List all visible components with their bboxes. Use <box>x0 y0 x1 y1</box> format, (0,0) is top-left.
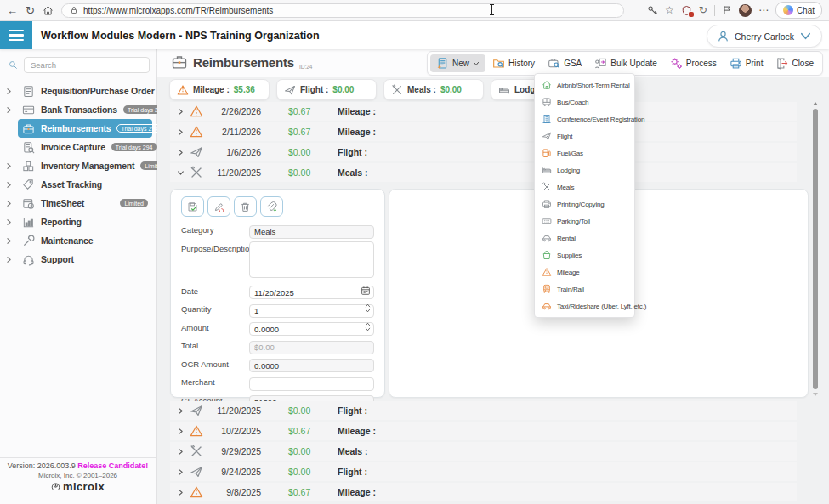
extension-icon[interactable]: ↻ <box>699 5 707 15</box>
new-menu-item[interactable]: Parking/Toll <box>535 212 634 229</box>
reimbursement-row[interactable]: 2/11/2026 $0.67 Mileage : <box>170 122 797 141</box>
print-button[interactable]: Print <box>724 54 769 72</box>
bank-icon <box>22 104 35 116</box>
new-menu-item[interactable]: Supplies <box>535 246 634 263</box>
number-input[interactable] <box>249 304 374 318</box>
chevron-right-icon[interactable] <box>5 256 13 263</box>
reimbursement-row[interactable]: 9/24/2025 $0.00 Flight : <box>170 462 797 481</box>
new-menu-item[interactable]: Taxi/Rideshare (Uber, Lyft, etc.) <box>535 297 634 314</box>
row-expand-chevron[interactable] <box>177 128 185 136</box>
sidebar-item[interactable]: TimeSheet Limited <box>0 194 156 212</box>
attach-button[interactable] <box>260 196 283 217</box>
reimbursement-row[interactable]: 10/2/2025 $0.67 Mileage : <box>170 422 797 440</box>
sidebar-item[interactable]: Bank Transactions Trial days 294 <box>0 100 156 119</box>
browser-profile-avatar[interactable] <box>739 4 752 17</box>
address-bar[interactable]: https://www.microixapps.com/TR/Reimburse… <box>61 3 624 18</box>
flight-icon <box>190 465 203 479</box>
gsa-button[interactable]: GSA <box>542 54 588 72</box>
new-menu-item[interactable]: Flight <box>535 127 634 144</box>
spinner-buttons[interactable] <box>364 321 372 332</box>
spinner-buttons[interactable] <box>364 303 372 314</box>
date-input[interactable] <box>249 286 374 299</box>
row-expand-chevron[interactable] <box>177 407 185 415</box>
field-input[interactable] <box>249 225 374 239</box>
number-input[interactable] <box>249 322 374 336</box>
new-menu-item[interactable]: Conference/Event Registration <box>535 110 634 127</box>
row-amount: $0.00 <box>288 446 324 456</box>
copilot-chat-button[interactable]: Chat <box>775 2 822 19</box>
browser-menu-dots-icon[interactable]: ⋯ <box>758 5 769 15</box>
search-input[interactable] <box>24 57 150 73</box>
row-expand-chevron[interactable] <box>177 489 185 496</box>
delete-button[interactable] <box>234 196 257 217</box>
save-button[interactable] <box>181 196 204 217</box>
row-date: 2/11/2026 <box>208 127 261 137</box>
scrollbar-thumb[interactable] <box>813 109 818 389</box>
sidebar-item[interactable]: Asset Tracking <box>0 175 156 194</box>
edit-undo-button[interactable] <box>207 196 230 217</box>
new-menu-item[interactable]: Mileage <box>535 263 634 280</box>
row-expand-chevron[interactable] <box>177 108 185 116</box>
browser-home-button[interactable] <box>43 5 54 16</box>
menu-item-label: Printing/Copying <box>557 201 605 208</box>
new-menu-item[interactable]: Bus/Coach <box>535 93 634 110</box>
reimbursement-row[interactable]: 11/20/2025 $0.00 Flight : <box>170 401 797 420</box>
hamburger-menu-button[interactable] <box>0 21 32 49</box>
field-input[interactable] <box>249 359 374 372</box>
browser-back-button[interactable]: ← <box>7 5 18 16</box>
scrollbar-up-arrow[interactable] <box>813 102 818 105</box>
browser-reload-button[interactable]: ↻ <box>26 5 35 16</box>
chevron-right-icon[interactable] <box>5 181 13 189</box>
new-menu-item[interactable]: Train/Rail <box>535 280 634 297</box>
sidebar-modules: Requisition/Purchase Order Bank Transact… <box>0 82 156 269</box>
collections-flag-icon[interactable] <box>722 5 732 15</box>
new-menu-item[interactable]: Printing/Copying <box>535 195 634 212</box>
url-text[interactable]: https://www.microixapps.com/TR/Reimburse… <box>83 6 273 15</box>
favorite-star-icon[interactable]: ☆ <box>665 5 674 15</box>
sidebar-item[interactable]: Maintenance <box>0 231 156 250</box>
scrollbar-down-arrow[interactable] <box>813 393 818 396</box>
sidebar-item[interactable]: Reimbursements Trial days 294 <box>0 119 156 138</box>
user-menu[interactable]: Cherry Carlock <box>707 25 822 48</box>
row-expand-chevron[interactable] <box>177 149 185 156</box>
app-header: Workflow Modules Modern - NPS Training O… <box>0 21 829 49</box>
new-menu-item[interactable]: Airbnb/Short-Term Rental <box>535 76 634 93</box>
row-expand-chevron[interactable] <box>177 448 185 456</box>
row-expand-chevron[interactable] <box>177 468 185 476</box>
reimbursement-row[interactable]: 11/20/2025 $0.00 Meals : <box>170 163 797 182</box>
spin-down-icon[interactable] <box>365 326 371 333</box>
reimbursement-row[interactable]: 9/29/2025 $0.00 Meals : <box>170 442 797 461</box>
chevron-right-icon[interactable] <box>5 218 13 226</box>
process-button[interactable]: Process <box>664 54 723 72</box>
tracking-shield-icon[interactable] <box>681 5 692 16</box>
history-button[interactable]: History <box>486 54 541 72</box>
new-menu-item[interactable]: Rental <box>535 229 634 246</box>
field-textarea[interactable] <box>249 241 374 278</box>
sidebar-item[interactable]: Reporting <box>0 212 156 231</box>
row-expand-chevron[interactable] <box>177 428 185 435</box>
reimbursement-row[interactable]: 1/6/2026 $0.00 Flight : <box>170 143 797 161</box>
chevron-right-icon[interactable] <box>5 106 13 114</box>
calendar-icon[interactable] <box>361 286 371 296</box>
field-input[interactable] <box>249 377 374 391</box>
row-expand-chevron[interactable] <box>177 169 185 177</box>
new-button[interactable]: New <box>430 54 485 72</box>
sidebar-item[interactable]: Inventory Management Limited <box>0 156 156 175</box>
reimbursement-row[interactable]: 9/8/2025 $0.67 Mileage : <box>170 483 797 501</box>
chevron-right-icon[interactable] <box>5 200 13 207</box>
password-key-icon[interactable] <box>647 5 658 16</box>
sidebar-item[interactable]: Support <box>0 250 156 269</box>
sidebar-item[interactable]: Requisition/Purchase Order <box>0 82 156 100</box>
close-button[interactable]: Close <box>769 54 820 72</box>
sidebar-item[interactable]: Invoice Capture Trial days 294 <box>0 138 156 156</box>
chevron-right-icon[interactable] <box>5 162 13 170</box>
spin-down-icon[interactable] <box>365 307 371 314</box>
site-permissions-icon[interactable] <box>70 6 78 14</box>
reimbursement-row[interactable]: 2/26/2026 $0.67 Mileage : <box>170 102 797 121</box>
new-menu-item[interactable]: Meals <box>535 178 634 195</box>
new-menu-item[interactable]: Lodging <box>535 161 634 178</box>
chevron-right-icon[interactable] <box>5 88 13 95</box>
bulk-update-button[interactable]: Bulk Update <box>588 54 662 72</box>
new-menu-item[interactable]: Fuel/Gas <box>535 144 634 161</box>
chevron-right-icon[interactable] <box>5 237 13 245</box>
